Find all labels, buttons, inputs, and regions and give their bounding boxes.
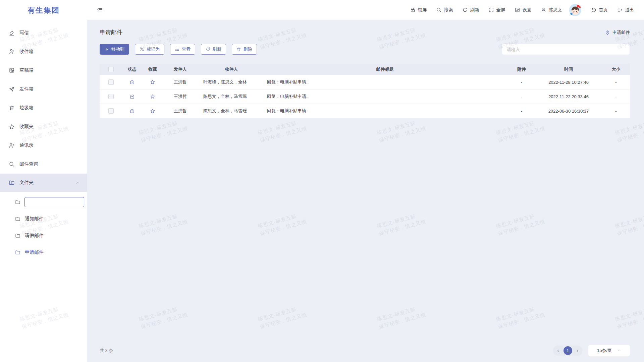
sender-cell: 王洪哲 <box>163 108 201 114</box>
folder-icon <box>15 233 20 238</box>
mark-as-button[interactable]: 标记为 <box>135 44 164 55</box>
move-icon <box>104 47 109 52</box>
row-checkbox[interactable] <box>108 79 114 85</box>
current-page-button[interactable]: 1 <box>564 346 572 355</box>
home-button[interactable]: 首页 <box>591 7 608 13</box>
page-size-select[interactable]: 15条/页 <box>588 345 630 356</box>
mail-table: 状态 收藏 发件人 收件人 邮件标题 附件 时间 大小 王洪哲 叶海峰，陈思文，… <box>100 64 630 118</box>
fullscreen-icon <box>488 7 494 13</box>
sender-cell: 王洪哲 <box>163 94 201 100</box>
row-checkbox[interactable] <box>108 94 114 99</box>
current-user[interactable]: 陈思文 <box>541 7 562 13</box>
button-label: 删除 <box>244 46 252 52</box>
subject-cell[interactable]: 回复：电脑补贴申请.. <box>262 94 508 100</box>
button-label: 刷新 <box>213 46 221 52</box>
sidebar-folder-notice[interactable]: 通知邮件 <box>0 210 87 227</box>
view-button[interactable]: 查看 <box>170 44 195 55</box>
settings-icon <box>515 7 520 13</box>
refresh-list-button[interactable]: 刷新 <box>201 44 226 55</box>
size-cell: - <box>602 80 630 85</box>
search-input[interactable] <box>502 44 630 55</box>
search-icon <box>9 161 15 167</box>
sidebar-item-drafts[interactable]: 草稿箱 <box>0 61 87 80</box>
page-title: 申请邮件 <box>100 28 122 36</box>
draft-icon <box>9 67 15 73</box>
mail-status-icon <box>129 94 135 99</box>
col-status: 状态 <box>122 66 142 72</box>
chevron-down-icon <box>617 349 621 353</box>
mark-icon <box>140 47 144 52</box>
delete-button[interactable]: 删除 <box>232 44 257 55</box>
sidebar-item-contacts[interactable]: 通讯录 <box>0 136 87 155</box>
new-folder-input[interactable] <box>24 197 84 207</box>
sidebar-item-compose[interactable]: 写信 <box>0 23 87 42</box>
trash-icon <box>236 47 241 52</box>
folder-label: 通知邮件 <box>25 216 44 222</box>
breadcrumb-label: 申请邮件 <box>612 29 630 36</box>
star-icon <box>9 124 15 130</box>
top-item-label: 设置 <box>523 7 532 13</box>
subject-cell[interactable]: 回复：电脑补贴申请.. <box>262 79 508 85</box>
sidebar-folder-leave[interactable]: 请假邮件 <box>0 227 87 244</box>
sidebar-folder-application[interactable]: 申请邮件 <box>0 244 87 261</box>
sidebar-item-label: 邮件查询 <box>19 161 38 167</box>
refresh-button[interactable]: 刷新 <box>462 7 479 13</box>
favorite-star-icon[interactable] <box>150 79 155 85</box>
total-count: 共 3 条 <box>100 348 113 354</box>
location-pin-icon <box>605 30 610 35</box>
folder-icon <box>15 250 20 255</box>
sidebar-item-label: 草稿箱 <box>19 67 34 73</box>
search-button[interactable]: 搜索 <box>436 7 453 13</box>
table-row[interactable]: 王洪哲 陈思文，全林，马雪瑶 回复：电脑补贴申请.. - 2022-06-30 … <box>100 104 630 118</box>
table-body: 王洪哲 叶海峰，陈思文，全林 回复：电脑补贴申请.. - 2022-11-28 … <box>100 75 630 118</box>
favorite-star-icon[interactable] <box>150 94 155 99</box>
sidebar-item-folders[interactable]: 文件夹 <box>0 174 87 192</box>
chevron-up-icon <box>75 181 80 185</box>
top-item-label: 锁屏 <box>418 7 427 13</box>
app-logo: 有生集团 <box>0 0 87 21</box>
prev-page-button[interactable]: ‹ <box>556 348 559 353</box>
select-all-checkbox[interactable] <box>108 67 114 72</box>
col-recipients: 收件人 <box>201 66 262 72</box>
table-row[interactable]: 王洪哲 陈思文，全林，马雪瑶 回复：电脑补贴申请.. - 2022-11-22 … <box>100 89 630 104</box>
table-row[interactable]: 王洪哲 叶海峰，陈思文，全林 回复：电脑补贴申请.. - 2022-11-28 … <box>100 75 630 89</box>
top-item-label: 搜索 <box>444 7 453 13</box>
user-icon <box>541 7 546 13</box>
pen-icon <box>9 30 15 36</box>
table-header: 状态 收藏 发件人 收件人 邮件标题 附件 时间 大小 <box>100 64 630 75</box>
lock-screen-button[interactable]: 锁屏 <box>410 7 427 13</box>
folders-label: 文件夹 <box>19 180 34 186</box>
settings-button[interactable]: 设置 <box>515 7 532 13</box>
sidebar-item-mail-search[interactable]: 邮件查询 <box>0 155 87 174</box>
col-time: 时间 <box>535 66 602 72</box>
next-page-button[interactable]: › <box>576 348 579 353</box>
refresh-icon <box>462 7 468 13</box>
folder-icon <box>15 199 20 205</box>
time-cell: 2022-06-30 16:30:37 <box>535 109 602 114</box>
row-checkbox[interactable] <box>108 108 114 114</box>
home-icon <box>591 7 596 13</box>
fullscreen-button[interactable]: 全屏 <box>488 7 505 13</box>
favorite-star-icon[interactable] <box>150 108 155 114</box>
mail-status-icon <box>129 108 135 114</box>
sidebar-item-inbox[interactable]: 收件箱 <box>0 42 87 61</box>
sidebar-item-sent[interactable]: 发件箱 <box>0 80 87 99</box>
attachment-cell: - <box>508 80 535 85</box>
top-item-label: 刷新 <box>470 7 479 13</box>
sidebar-item-favorites[interactable]: 收藏夹 <box>0 117 87 136</box>
col-attachment: 附件 <box>508 66 535 72</box>
logout-button[interactable]: 退出 <box>617 7 634 13</box>
top-item-label: 退出 <box>625 7 634 13</box>
col-sender: 发件人 <box>163 66 201 72</box>
subject-cell[interactable]: 回复：电脑补贴申请.. <box>262 108 508 114</box>
move-to-button[interactable]: 移动到 <box>100 44 129 55</box>
contacts-icon <box>9 142 15 148</box>
button-label: 标记为 <box>147 46 160 52</box>
pagination: ‹ 1 › <box>553 346 583 356</box>
sidebar-item-trash[interactable]: 垃圾箱 <box>0 99 87 117</box>
button-label: 移动到 <box>111 46 124 52</box>
menu-fold-icon[interactable] <box>97 7 103 13</box>
attachment-cell: - <box>508 109 535 114</box>
page-size-label: 15条/页 <box>597 348 612 354</box>
avatar[interactable] <box>569 4 582 16</box>
